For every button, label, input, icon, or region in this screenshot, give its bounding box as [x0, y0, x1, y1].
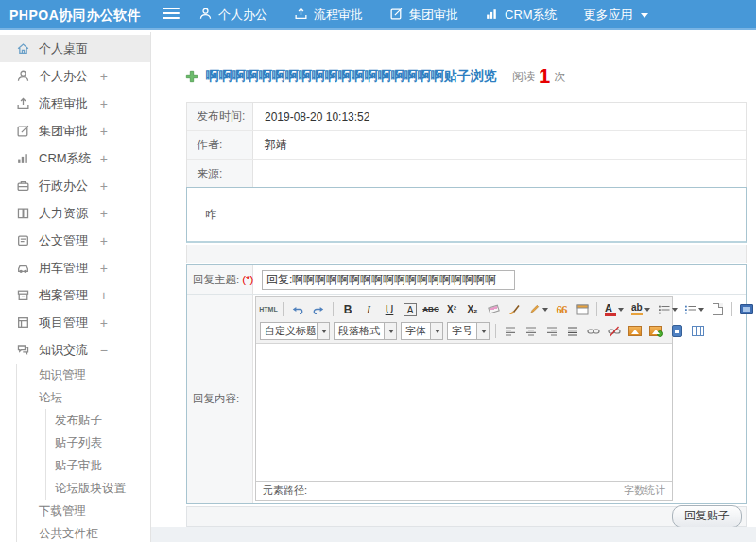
toolbar-divider — [596, 302, 597, 316]
nav-group-approval[interactable]: 集团审批 — [389, 7, 458, 24]
expand-icon[interactable]: + — [100, 151, 108, 166]
chevron-down-icon — [317, 323, 329, 339]
insert-media-icon[interactable] — [667, 322, 686, 341]
remove-format-eraser-icon[interactable] — [484, 300, 503, 319]
project-icon — [16, 315, 30, 330]
expand-icon[interactable]: + — [100, 178, 108, 194]
pencil-color-dropdown[interactable] — [525, 300, 550, 319]
expand-icon[interactable]: + — [100, 206, 108, 221]
nav-workflow-approval[interactable]: 流程审批 — [294, 7, 363, 24]
sidebar-item-download-management[interactable]: 下载管理 — [17, 500, 150, 522]
publish-time-value: 2019-08-20 10:13:52 — [253, 103, 746, 130]
strikethrough-button[interactable]: ABC — [421, 300, 440, 319]
reply-content-label-cell: 回复内容: — [187, 295, 253, 503]
sidebar-item-admin-office[interactable]: 行政办公 + — [0, 172, 150, 199]
font-name-button[interactable]: A — [401, 300, 420, 319]
sidebar-item-label: 档案管理 — [39, 287, 88, 304]
align-center-icon[interactable] — [522, 322, 541, 341]
word-count-label[interactable]: 字数统计 — [624, 483, 665, 498]
font-family-select[interactable]: 字体 — [401, 322, 443, 340]
hamburger-menu-icon[interactable] — [163, 8, 180, 23]
reply-post-button[interactable]: 回复贴子 — [672, 505, 742, 528]
bold-button[interactable]: B — [338, 300, 357, 319]
sidebar-item-knowledge-management[interactable]: 知识管理 — [17, 364, 150, 386]
book-icon — [16, 206, 30, 220]
read-count: 1 — [539, 67, 550, 86]
paragraph-format-select[interactable]: 段落格式 — [334, 322, 397, 340]
underline-button[interactable]: U — [380, 300, 399, 319]
expand-icon[interactable]: + — [100, 124, 108, 139]
reply-subject-value-cell — [253, 265, 746, 294]
source-code-button[interactable]: HTML — [259, 300, 278, 319]
align-left-icon[interactable] — [501, 322, 520, 341]
expand-icon[interactable]: + — [100, 69, 108, 84]
sidebar-item-crm-system[interactable]: CRM系统 + — [0, 144, 150, 172]
expand-icon[interactable]: + — [100, 315, 108, 330]
sidebar-item-knowledge-exchange[interactable]: 知识交流 − — [0, 336, 150, 364]
sidebar-item-workflow-approval[interactable]: 流程审批 + — [0, 90, 150, 117]
sidebar-item-publish-post[interactable]: 发布贴子 — [46, 409, 150, 432]
sidebar-item-post-approval[interactable]: 贴子审批 — [46, 454, 150, 477]
sidebar-item-personal-office[interactable]: 个人办公 + — [0, 62, 150, 90]
editor-content-area[interactable] — [256, 344, 672, 481]
collapse-icon[interactable]: − — [84, 391, 92, 405]
sidebar-item-group-approval[interactable]: 集团审批 + — [0, 117, 150, 144]
sidebar-item-project-management[interactable]: 项目管理 + — [0, 309, 150, 336]
sidebar-item-forum[interactable]: 论坛 − — [17, 386, 150, 409]
italic-button[interactable]: I — [359, 300, 378, 319]
nav-more-apps[interactable]: 更多应用 — [584, 7, 648, 24]
align-right-icon[interactable] — [542, 322, 561, 341]
chevron-down-icon — [618, 308, 624, 312]
sidebar-item-post-list[interactable]: 贴子列表 — [46, 432, 150, 454]
insert-link-icon[interactable] — [584, 322, 603, 341]
undo-icon[interactable] — [288, 300, 307, 319]
nav-personal-office[interactable]: 个人办公 — [198, 7, 267, 24]
reply-form: 回复主题: (*) 回复内容: HTML — [186, 264, 747, 504]
form-footer-bar: 回复贴子 — [186, 506, 747, 527]
editor-status-bar: 元素路径: 字数统计 — [256, 481, 672, 500]
format-brush-icon[interactable] — [505, 300, 524, 319]
reply-subject-label: 回复主题: — [193, 273, 239, 287]
app-window: PHPOA协同办公软件 个人办公 流程审批 集团审批 CRM系统 更多应用 — [0, 0, 756, 542]
sidebar-item-forum-section-settings[interactable]: 论坛版块设置 — [46, 477, 150, 500]
ordered-list-dropdown[interactable] — [655, 300, 679, 319]
toolbar-row-2: 自定义标题 段落格式 字体 字号 — [258, 320, 670, 342]
sidebar-item-label: 发布贴子 — [55, 413, 102, 429]
forum-submenu: 发布贴子 贴子列表 贴子审批 论坛版块设置 — [45, 409, 150, 500]
insert-table-icon[interactable] — [688, 322, 707, 341]
align-justify-icon[interactable] — [563, 322, 582, 341]
sidebar-item-public-file-cabinet[interactable]: 公共文件柜 — [17, 522, 150, 542]
sidebar-item-document-management[interactable]: 公文管理 + — [0, 227, 150, 254]
sidebar-item-human-resources[interactable]: 人力资源 + — [0, 199, 150, 227]
toolbar-row-1: HTML B I U A ABC X² — [258, 298, 670, 320]
font-size-select[interactable]: 字号 — [447, 322, 490, 340]
bar-chart-icon — [16, 151, 30, 165]
redo-icon[interactable] — [309, 300, 328, 319]
expand-icon[interactable]: + — [100, 288, 108, 303]
custom-heading-select[interactable]: 自定义标题 — [260, 322, 330, 340]
insert-date-icon[interactable] — [573, 300, 592, 319]
expand-icon[interactable]: + — [100, 261, 108, 276]
sidebar-item-personal-desktop[interactable]: 个人桌面 — [0, 35, 150, 62]
chevron-down-icon — [641, 13, 648, 18]
nav-crm-system[interactable]: CRM系统 — [485, 7, 558, 24]
remove-link-icon[interactable] — [605, 322, 624, 341]
fullscreen-icon[interactable] — [737, 300, 756, 319]
insert-image-icon[interactable] — [626, 322, 644, 341]
subscript-button[interactable]: X₂ — [463, 300, 482, 319]
font-color-dropdown[interactable]: A — [602, 300, 627, 319]
blockquote-button[interactable]: 66 — [552, 300, 571, 319]
collapse-icon[interactable]: − — [100, 343, 108, 358]
sidebar-item-archive-management[interactable]: 档案管理 + — [0, 281, 150, 309]
rich-text-editor: HTML B I U A ABC X² — [255, 296, 673, 501]
unordered-list-dropdown[interactable] — [681, 300, 706, 319]
highlight-color-dropdown[interactable]: ab — [628, 300, 653, 319]
expand-icon[interactable]: + — [100, 96, 108, 111]
expand-icon[interactable]: + — [100, 233, 108, 248]
new-page-icon[interactable] — [708, 300, 727, 319]
superscript-button[interactable]: X² — [442, 300, 461, 319]
sidebar-item-label: 个人办公 — [39, 68, 88, 85]
sidebar-item-vehicle-management[interactable]: 用车管理 + — [0, 254, 150, 281]
reply-subject-input[interactable] — [262, 270, 515, 290]
network-image-icon[interactable] — [646, 322, 665, 341]
